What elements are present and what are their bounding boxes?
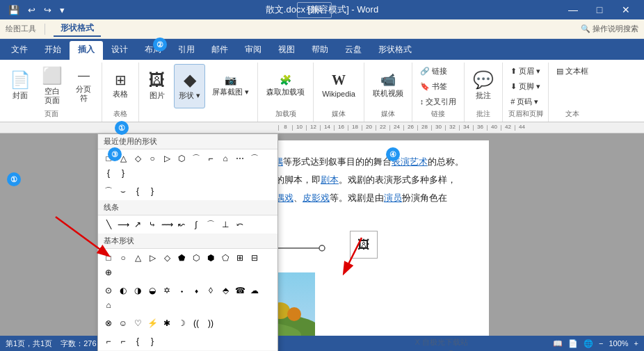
shape-recent-6[interactable]: ⬡: [175, 152, 188, 165]
shape-dropdown-panel[interactable]: 最近使用的形状 □ △ ◇ ○ ▷ ⬡ ⌒ ⌐ ⌂ ⋯ ⌒ { } ⌒ ⌣ { …: [97, 133, 278, 351]
basic-5[interactable]: ◇: [161, 252, 173, 264]
basic-17[interactable]: ✡: [161, 284, 173, 297]
basic-34[interactable]: ⌐: [117, 335, 129, 348]
zoom-in[interactable]: +: [634, 339, 638, 348]
shape-recent-17[interactable]: }: [146, 185, 159, 197]
shape-recent-13[interactable]: }: [117, 167, 129, 179]
link-shadow[interactable]: 皮影戏: [303, 193, 330, 203]
basic-6[interactable]: ⬟: [175, 252, 188, 264]
shape-recent-5[interactable]: ▷: [161, 152, 173, 165]
zoom-out[interactable]: −: [599, 339, 603, 348]
basic-12[interactable]: ⊕: [102, 266, 115, 279]
shape-recent-10[interactable]: ⋯: [234, 152, 246, 165]
read-view[interactable]: 📖: [553, 339, 563, 348]
comment-button[interactable]: 💬 批注: [469, 64, 498, 108]
shape-recent-8[interactable]: ⌐: [204, 152, 217, 165]
quick-access-dropdown[interactable]: ▾: [57, 3, 67, 17]
tab-help[interactable]: 帮助: [303, 41, 337, 60]
basic-4[interactable]: ▷: [146, 252, 159, 264]
shape-recent-16[interactable]: {: [131, 185, 144, 197]
basic-31[interactable]: ((: [190, 317, 202, 329]
screenshot-button[interactable]: 📷 屏幕截图 ▾: [208, 64, 253, 108]
line-1[interactable]: ╲: [102, 218, 115, 231]
line-7[interactable]: ∫: [190, 218, 202, 231]
web-view[interactable]: 🌐: [583, 339, 593, 348]
picture-button[interactable]: 🖼 图片: [143, 64, 171, 108]
line-4[interactable]: ⤷: [146, 218, 159, 231]
blank-page-button[interactable]: ⬜ 空白页面: [38, 64, 67, 108]
tab-insert[interactable]: 插入: [70, 41, 103, 60]
basic-21[interactable]: ⬘: [219, 284, 232, 297]
link-button[interactable]: 🔗 链接: [417, 64, 460, 78]
basic-9[interactable]: ⬠: [219, 252, 232, 264]
document-area[interactable]: 动作、 舞蹈、 音乐、 木偶等形式达到叙事目的的舞台表演艺术的总称。 念是指为戏…: [0, 133, 644, 351]
basic-22[interactable]: ☎: [234, 284, 246, 297]
tab-file[interactable]: 文件: [3, 41, 36, 60]
tab-shape-format[interactable]: 形状格式: [370, 41, 420, 60]
line-6[interactable]: ↜: [175, 218, 188, 231]
wikipedia-button[interactable]: W Wikipedia: [318, 64, 360, 108]
shape-format-tab[interactable]: 形状格式: [54, 21, 101, 37]
tab-mail[interactable]: 邮件: [203, 41, 236, 60]
cross-ref-button[interactable]: ↕ 交叉引用: [417, 95, 460, 108]
tab-design[interactable]: 设计: [103, 41, 136, 60]
tab-home[interactable]: 开始: [36, 41, 70, 60]
footer-button[interactable]: ⬇ 页脚 ▾: [507, 79, 544, 93]
shape-recent-11[interactable]: ⌒: [248, 152, 261, 165]
minimize-button[interactable]: —: [561, 0, 586, 19]
textbox-button[interactable]: ▤ 文本框: [553, 64, 592, 78]
shape-recent-14[interactable]: ⌒: [102, 185, 115, 197]
basic-14[interactable]: ◐: [117, 284, 129, 297]
basic-25[interactable]: ⊗: [102, 317, 115, 329]
basic-10[interactable]: ⊞: [234, 252, 246, 264]
shape-button[interactable]: ◆ 形状 ▾: [174, 64, 205, 108]
basic-28[interactable]: ⚡: [146, 317, 159, 329]
page-number-button[interactable]: # 页码 ▾: [507, 95, 544, 108]
tab-references[interactable]: 引用: [170, 41, 203, 60]
basic-33[interactable]: ⌐: [102, 335, 115, 348]
basic-27[interactable]: ♡: [131, 317, 144, 329]
basic-32[interactable]: )): [204, 317, 217, 329]
redo-icon[interactable]: ↪: [41, 3, 54, 17]
maximize-button[interactable]: □: [587, 0, 612, 19]
basic-8[interactable]: ⬢: [204, 252, 217, 264]
undo-icon[interactable]: ↩: [25, 3, 38, 17]
basic-20[interactable]: ◊: [204, 284, 217, 297]
basic-18[interactable]: ⬩: [175, 284, 188, 297]
basic-16[interactable]: ◒: [146, 284, 159, 297]
basic-30[interactable]: ☽: [175, 317, 188, 329]
close-button[interactable]: ✕: [613, 0, 638, 19]
tab-view[interactable]: 视图: [270, 41, 303, 60]
basic-23[interactable]: ☁: [248, 284, 261, 297]
line-2[interactable]: ⟶: [117, 218, 129, 231]
line-10[interactable]: ⤺: [234, 218, 246, 231]
basic-3[interactable]: △: [131, 252, 144, 264]
line-5[interactable]: ⟿: [161, 218, 173, 231]
shape-recent-3[interactable]: ◇: [131, 152, 144, 165]
shape-recent-4[interactable]: ○: [146, 152, 159, 165]
shape-recent-7[interactable]: ⌒: [190, 152, 202, 165]
basic-2[interactable]: ○: [117, 252, 129, 264]
shape-recent-15[interactable]: ⌣: [117, 185, 129, 197]
basic-7[interactable]: ⬡: [190, 252, 202, 264]
link-actor[interactable]: 演员: [384, 193, 402, 203]
basic-19[interactable]: ⬧: [190, 284, 202, 297]
addins-button[interactable]: 🧩 森取加载项: [262, 64, 309, 108]
basic-24[interactable]: ⌂: [102, 299, 115, 311]
table-button[interactable]: ⊞ 表格: [106, 64, 134, 108]
line-8[interactable]: ⌒: [204, 218, 217, 231]
basic-29[interactable]: ✱: [161, 317, 173, 329]
basic-36[interactable]: }: [146, 335, 159, 348]
basic-35[interactable]: {: [131, 335, 144, 348]
basic-13[interactable]: ⊙: [102, 284, 115, 297]
line-9[interactable]: ⊥: [219, 218, 232, 231]
online-video-button[interactable]: 📹 联机视频: [369, 64, 408, 108]
line-3[interactable]: ↗: [131, 218, 144, 231]
basic-1[interactable]: □: [102, 252, 115, 264]
tab-review[interactable]: 审阅: [236, 41, 270, 60]
header-button[interactable]: ⬆ 页眉 ▾: [507, 64, 544, 78]
shape-recent-12[interactable]: {: [102, 167, 115, 179]
save-icon[interactable]: 💾: [6, 3, 22, 17]
tab-cloud[interactable]: 云盘: [337, 41, 370, 60]
link-script[interactable]: 剧本: [321, 174, 339, 185]
